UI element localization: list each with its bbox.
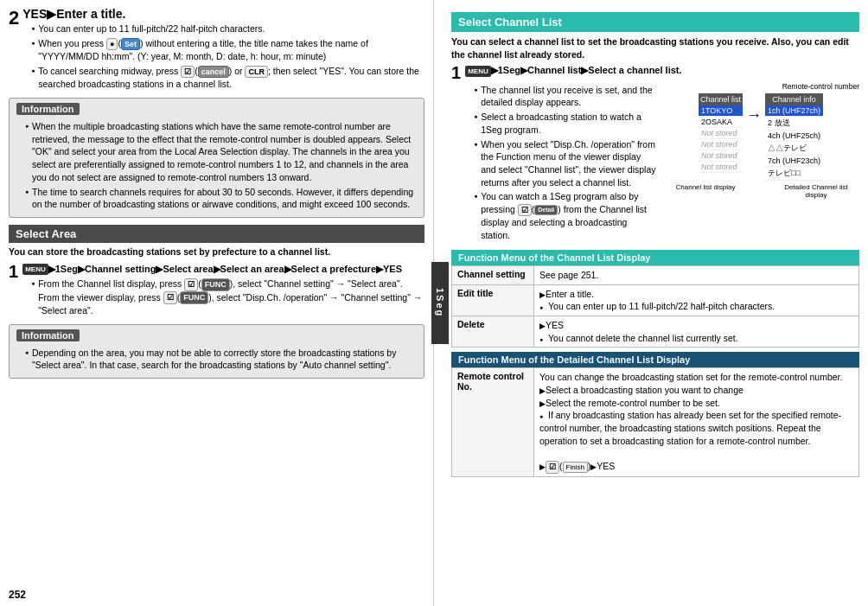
info-box-1-bullet-2: The time to search channels requires for… — [25, 186, 417, 211]
channel-bullet-4: You can watch a 1Seg program also by pre… — [474, 190, 657, 242]
channel-list-display: Channel list 1TOKYO 2OSAKA Not stored No… — [699, 93, 743, 173]
select-channel-list-description: You can select a channel list to set the… — [451, 35, 859, 61]
channel-info-display: Channel info 1ch (UHF27ch) 2 放送 4ch (UHF… — [765, 93, 823, 181]
func-label-remote-control: Remote control No. — [452, 368, 534, 476]
delete-bullet: You cannot delete the channel list curre… — [539, 333, 738, 343]
channel-info-row-6: テレビ□□ — [765, 167, 823, 181]
step-1-channel-instruction: MENU▶1Seg▶Channel list▶Select a channel … — [465, 64, 859, 77]
channel-info-row-4: △△テレビ — [765, 142, 823, 156]
section-2-title: YES▶Enter a title. — [22, 7, 125, 21]
select-area-step-1: 1 MENU▶1Seg▶Channel setting▶Select area▶… — [9, 263, 424, 319]
func-label-channel-setting: Channel setting — [452, 265, 534, 284]
info-box-2-bullet-1: Depending on the area, you may not be ab… — [25, 347, 417, 372]
page-number: 252 — [9, 589, 26, 601]
function-menu-1-title: Function Menu of the Channel List Displa… — [451, 250, 859, 265]
arrow-icon: → — [746, 93, 762, 124]
channel-info-row-5: 7ch (UHF23ch) — [765, 156, 823, 167]
channel-info-row-1: 1ch (UHF27ch) — [765, 105, 823, 117]
channel-info-row-2: 2 放送 — [765, 117, 823, 131]
channel-list-row-2: 2OSAKA — [699, 117, 743, 128]
right-panel: Select Channel List You can select a cha… — [434, 0, 868, 606]
channel-list-display-header: Channel list — [699, 93, 743, 105]
step-num-1-area: 1 — [9, 263, 18, 280]
func-content-edit-title: Enter a title. You can enter up to 11 fu… — [534, 284, 859, 316]
channel-info-display-header: Channel info — [765, 93, 823, 105]
section-2-bullet-3: To cancel searching midway, press ☑(canc… — [31, 65, 424, 91]
function-menu-2-title: Function Menu of the Detailed Channel Li… — [451, 352, 859, 367]
func-row-remote-control: Remote control No. You can change the br… — [452, 368, 859, 476]
channel-info-row-3: 4ch (UHF25ch) — [765, 131, 823, 142]
select-channel-list-heading: Select Channel List — [451, 12, 859, 32]
section-2: 2 YES▶Enter a title. You can enter up to… — [9, 7, 424, 92]
remote-control-bullet-1: If any broadcasting station has already … — [539, 410, 841, 445]
step-1-area-instruction: MENU▶1Seg▶Channel setting▶Select area▶Se… — [22, 263, 424, 276]
section-number-2: 2 — [9, 7, 19, 29]
step-1-area-sub-1: From the Channel list display, press ☑(F… — [31, 277, 424, 317]
channel-list-step-1: 1 MENU▶1Seg▶Channel list▶Select a channe… — [451, 64, 859, 245]
info-box-2-title: Information — [16, 329, 80, 341]
func-row-channel-setting: Channel setting See page 251. — [452, 265, 859, 284]
function-menu-2-table: Remote control No. You can change the br… — [451, 367, 859, 476]
channel-bullet-2: Select a broadcasting station to watch a… — [474, 111, 657, 136]
channel-list-row-5: Not stored — [699, 150, 743, 162]
func-content-remote-control: You can change the broadcasting station … — [534, 368, 859, 476]
oneseg-tab-left: 1Seg — [431, 262, 449, 343]
info-box-2: Information Depending on the area, you m… — [9, 324, 424, 379]
edit-title-bullet: You can enter up to 11 full-pitch/22 hal… — [539, 301, 775, 311]
section-2-bullet-2: When you press ●(Set) without entering a… — [31, 37, 424, 63]
section-2-bullet-1: You can enter up to 11 full-pitch/22 hal… — [31, 22, 424, 35]
channel-list-display-label: Channel list display — [662, 183, 749, 199]
channel-bullet-1: The channel list you receive is set, and… — [474, 84, 657, 109]
func-label-edit-title: Edit title — [452, 284, 534, 316]
info-box-1-bullet-1: When the multiple broadcasting stations … — [25, 120, 417, 183]
channel-list-row-3: Not stored — [699, 128, 743, 139]
info-box-1: Information When the multiple broadcasti… — [9, 98, 424, 218]
func-content-delete: YES You cannot delete the channel list c… — [534, 316, 859, 347]
func-row-delete: Delete YES You cannot delete the channel… — [452, 316, 859, 347]
channel-list-row-1: 1TOKYO — [699, 105, 743, 117]
step-num-1-channel: 1 — [451, 64, 461, 81]
step-1-area-content: MENU▶1Seg▶Channel setting▶Select area▶Se… — [22, 263, 424, 319]
left-panel: 2 YES▶Enter a title. You can enter up to… — [0, 0, 434, 606]
func-label-delete: Delete — [452, 316, 534, 347]
detailed-channel-list-label: Detailed Channel list display — [773, 183, 859, 199]
channel-list-row-4: Not stored — [699, 139, 743, 150]
channel-list-row-6: Not stored — [699, 162, 743, 173]
function-menu-1-table: Channel setting See page 251. Edit title… — [451, 265, 859, 348]
info-box-1-title: Information — [16, 103, 80, 115]
select-area-heading: Select Area — [9, 225, 424, 243]
func-row-edit-title: Edit title Enter a title. You can enter … — [452, 284, 859, 316]
remote-control-label: Remote-control number — [662, 82, 859, 91]
select-area-description: You can store the broadcasting stations … — [9, 246, 424, 258]
channel-bullet-3: When you select "Disp.Ch. /operation" fr… — [474, 138, 657, 189]
step-1-channel-content: MENU▶1Seg▶Channel list▶Select a channel … — [465, 64, 859, 245]
func-content-channel-setting: See page 251. — [534, 265, 859, 284]
